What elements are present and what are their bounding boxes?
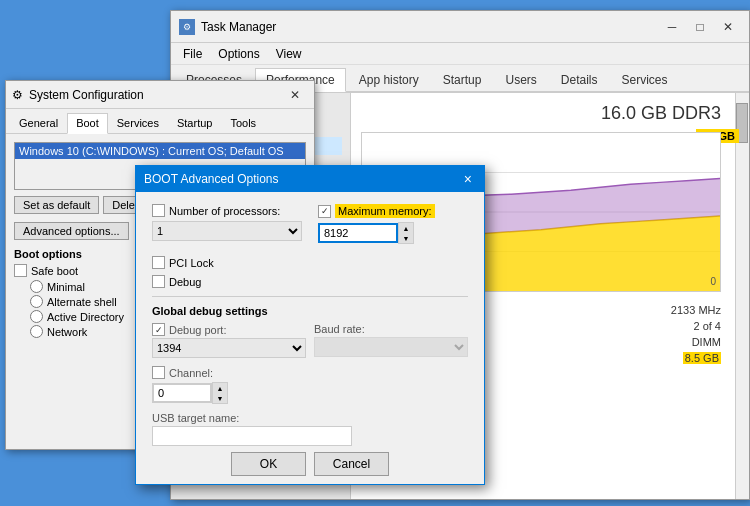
dialog-content: Number of processors: 1 ✓ Maximum memory… [136, 192, 484, 458]
max-memory-spinner: ▲ ▼ [398, 222, 414, 244]
boot-advanced-dialog: BOOT Advanced Options × Number of proces… [135, 165, 485, 485]
channel-spinner: ▲ ▼ [212, 382, 228, 404]
max-memory-checkbox[interactable]: ✓ [318, 205, 331, 218]
max-memory-col: ✓ Maximum memory: ▲ ▼ [318, 204, 468, 244]
network-label: Network [47, 326, 87, 338]
max-memory-input[interactable] [318, 223, 398, 243]
boot-list-item[interactable]: Windows 10 (C:\WINDOWS) : Current OS; De… [15, 143, 305, 159]
usb-target-row: USB target name: [152, 412, 468, 446]
debug-port-label: Debug port: [169, 324, 226, 336]
sys-config-close[interactable]: ✕ [282, 84, 308, 106]
baud-rate-label: Baud rate: [314, 323, 468, 335]
baud-rate-group: Baud rate: [314, 323, 468, 358]
debug-checkbox[interactable] [152, 275, 165, 288]
file-menu[interactable]: File [175, 45, 210, 63]
channel-input[interactable] [152, 383, 212, 403]
tab-users[interactable]: Users [494, 68, 547, 91]
channel-row: Channel: ▲ ▼ [152, 366, 468, 404]
top-options-row: Number of processors: 1 ✓ Maximum memory… [152, 204, 468, 244]
dialog-close-button[interactable]: × [460, 171, 476, 187]
alternate-label: Alternate shell [47, 296, 117, 308]
debug-port-checkbox[interactable]: ✓ [152, 323, 165, 336]
debug-port-label-row: ✓ Debug port: [152, 323, 306, 336]
task-manager-title: Task Manager [201, 20, 659, 34]
dialog-footer: OK Cancel [136, 444, 484, 484]
global-debug-label: Global debug settings [152, 305, 468, 317]
channel-checkbox-row: Channel: [152, 366, 468, 379]
debug-label: Debug [169, 276, 201, 288]
memory-title: 16.0 GB DDR3 [361, 103, 721, 124]
sys-config-title: System Configuration [29, 88, 282, 102]
channel-input-group: ▲ ▼ [152, 382, 468, 404]
sys-config-controls: ✕ [282, 84, 308, 106]
sys-config-icon: ⚙ [12, 88, 23, 102]
num-processors-select[interactable]: 1 [152, 221, 302, 241]
spin-up-button[interactable]: ▲ [399, 223, 413, 233]
speed-value: 2133 MHz [671, 304, 721, 316]
debug-port-select[interactable]: 1394 [152, 338, 306, 358]
menu-bar: File Options View [171, 43, 749, 65]
dialog-title: BOOT Advanced Options [144, 172, 460, 186]
tab-app-history[interactable]: App history [348, 68, 430, 91]
options-menu[interactable]: Options [210, 45, 267, 63]
sys-config-titlebar: ⚙ System Configuration ✕ [6, 81, 314, 109]
debug-row: Debug [152, 275, 468, 288]
set-default-button[interactable]: Set as default [14, 196, 99, 214]
slots-value: 2 of 4 [693, 320, 721, 332]
cancel-button[interactable]: Cancel [314, 452, 389, 476]
scrollbar[interactable] [735, 93, 749, 499]
close-button[interactable]: ✕ [715, 16, 741, 38]
channel-checkbox[interactable] [152, 366, 165, 379]
channel-label: Channel: [169, 367, 213, 379]
debug-ports-row: ✓ Debug port: 1394 Baud rate: [152, 323, 468, 358]
graph-zero-label: 0 [710, 276, 716, 287]
pci-lock-checkbox[interactable] [152, 256, 165, 269]
maximize-button[interactable]: □ [687, 16, 713, 38]
task-manager-titlebar: ⚙ Task Manager ─ □ ✕ [171, 11, 749, 43]
minimal-radio[interactable] [30, 280, 43, 293]
network-radio[interactable] [30, 325, 43, 338]
safe-boot-checkbox[interactable] [14, 264, 27, 277]
minimize-button[interactable]: ─ [659, 16, 685, 38]
advanced-options-button[interactable]: Advanced options... [14, 222, 129, 240]
tab-tools[interactable]: Tools [221, 113, 265, 133]
baud-rate-select [314, 337, 468, 357]
active-directory-label: Active Directory [47, 311, 124, 323]
task-manager-icon: ⚙ [179, 19, 195, 35]
form-factor-value: DIMM [692, 336, 721, 348]
window-controls: ─ □ ✕ [659, 16, 741, 38]
tab-services[interactable]: Services [108, 113, 168, 133]
minimal-label: Minimal [47, 281, 85, 293]
num-processors-checkbox-label: Number of processors: [152, 204, 302, 217]
alternate-shell-radio[interactable] [30, 295, 43, 308]
safe-boot-label: Safe boot [31, 265, 78, 277]
tab-details[interactable]: Details [550, 68, 609, 91]
sys-config-tabs: General Boot Services Startup Tools [6, 109, 314, 134]
max-memory-checkbox-label: ✓ Maximum memory: [318, 204, 468, 218]
channel-spin-up[interactable]: ▲ [213, 383, 227, 393]
usb-target-label: USB target name: [152, 412, 468, 424]
num-processors-label: Number of processors: [169, 205, 280, 217]
debug-port-group: ✓ Debug port: 1394 [152, 323, 306, 358]
pci-lock-label: PCI Lock [169, 257, 214, 269]
channel-spin-down[interactable]: ▼ [213, 393, 227, 403]
ok-button[interactable]: OK [231, 452, 306, 476]
hw-reserved-value: 8.5 GB [683, 352, 721, 364]
active-directory-radio[interactable] [30, 310, 43, 323]
global-debug-section: Global debug settings ✓ Debug port: 1394… [152, 296, 468, 446]
num-processors-col: Number of processors: 1 [152, 204, 302, 241]
tab-services[interactable]: Services [611, 68, 679, 91]
view-menu[interactable]: View [268, 45, 310, 63]
tab-boot[interactable]: Boot [67, 113, 108, 134]
tab-general[interactable]: General [10, 113, 67, 133]
max-memory-label: Maximum memory: [335, 204, 435, 218]
spin-down-button[interactable]: ▼ [399, 233, 413, 243]
pci-lock-row: PCI Lock [152, 256, 468, 269]
tab-startup[interactable]: Startup [432, 68, 493, 91]
num-processors-checkbox[interactable] [152, 204, 165, 217]
dialog-titlebar: BOOT Advanced Options × [136, 166, 484, 192]
usb-target-input[interactable] [152, 426, 352, 446]
tab-startup[interactable]: Startup [168, 113, 221, 133]
